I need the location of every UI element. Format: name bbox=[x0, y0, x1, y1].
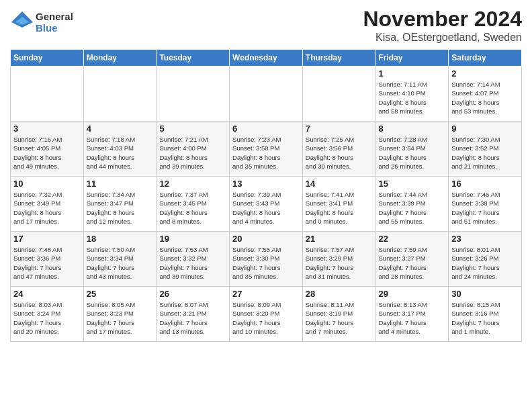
day-info: Sunrise: 7:21 AM Sunset: 4:00 PM Dayligh… bbox=[159, 135, 226, 171]
calendar-cell: 23Sunrise: 8:01 AM Sunset: 3:26 PM Dayli… bbox=[449, 232, 522, 287]
day-info: Sunrise: 7:32 AM Sunset: 3:49 PM Dayligh… bbox=[13, 190, 81, 226]
calendar-cell bbox=[230, 66, 303, 122]
day-number: 13 bbox=[232, 179, 300, 189]
calendar-cell: 25Sunrise: 8:05 AM Sunset: 3:23 PM Dayli… bbox=[83, 287, 157, 342]
day-number: 26 bbox=[159, 289, 226, 299]
calendar-cell bbox=[157, 66, 230, 122]
calendar: SundayMondayTuesdayWednesdayThursdayFrid… bbox=[10, 49, 522, 342]
header: General Blue November 2024 Kisa, OEsterg… bbox=[10, 7, 522, 44]
day-info: Sunrise: 7:28 AM Sunset: 3:54 PM Dayligh… bbox=[379, 135, 446, 171]
calendar-cell: 14Sunrise: 7:41 AM Sunset: 3:41 PM Dayli… bbox=[302, 177, 375, 232]
calendar-cell: 9Sunrise: 7:30 AM Sunset: 3:52 PM Daylig… bbox=[449, 122, 522, 177]
day-info: Sunrise: 8:01 AM Sunset: 3:26 PM Dayligh… bbox=[451, 245, 519, 281]
day-info: Sunrise: 7:18 AM Sunset: 4:03 PM Dayligh… bbox=[87, 135, 154, 171]
logo-text: General Blue bbox=[36, 11, 73, 34]
day-number: 17 bbox=[13, 234, 81, 244]
day-info: Sunrise: 7:46 AM Sunset: 3:38 PM Dayligh… bbox=[451, 190, 519, 226]
calendar-cell: 3Sunrise: 7:16 AM Sunset: 4:05 PM Daylig… bbox=[11, 122, 84, 177]
day-number: 28 bbox=[306, 289, 373, 299]
calendar-cell: 30Sunrise: 8:15 AM Sunset: 3:16 PM Dayli… bbox=[449, 287, 522, 342]
month-title: November 2024 bbox=[363, 7, 522, 32]
week-row-2: 3Sunrise: 7:16 AM Sunset: 4:05 PM Daylig… bbox=[11, 122, 522, 177]
calendar-cell: 6Sunrise: 7:23 AM Sunset: 3:58 PM Daylig… bbox=[230, 122, 303, 177]
day-number: 23 bbox=[451, 234, 519, 244]
calendar-cell: 10Sunrise: 7:32 AM Sunset: 3:49 PM Dayli… bbox=[11, 177, 84, 232]
calendar-cell: 29Sunrise: 8:13 AM Sunset: 3:17 PM Dayli… bbox=[375, 287, 449, 342]
week-row-5: 24Sunrise: 8:03 AM Sunset: 3:24 PM Dayli… bbox=[11, 287, 522, 342]
day-number: 14 bbox=[306, 179, 373, 189]
day-number: 1 bbox=[379, 68, 446, 79]
day-number: 20 bbox=[232, 234, 300, 244]
calendar-cell: 21Sunrise: 7:57 AM Sunset: 3:29 PM Dayli… bbox=[302, 232, 375, 287]
logo-icon bbox=[10, 10, 34, 34]
day-number: 8 bbox=[379, 124, 446, 134]
calendar-cell: 15Sunrise: 7:44 AM Sunset: 3:39 PM Dayli… bbox=[375, 177, 449, 232]
day-info: Sunrise: 8:09 AM Sunset: 3:20 PM Dayligh… bbox=[232, 300, 300, 336]
day-number: 2 bbox=[451, 68, 519, 79]
day-info: Sunrise: 7:16 AM Sunset: 4:05 PM Dayligh… bbox=[13, 135, 81, 171]
calendar-cell bbox=[11, 66, 84, 122]
week-row-3: 10Sunrise: 7:32 AM Sunset: 3:49 PM Dayli… bbox=[11, 177, 522, 232]
day-info: Sunrise: 8:07 AM Sunset: 3:21 PM Dayligh… bbox=[159, 300, 226, 336]
week-row-4: 17Sunrise: 7:48 AM Sunset: 3:36 PM Dayli… bbox=[11, 232, 522, 287]
day-number: 30 bbox=[451, 289, 519, 299]
day-number: 4 bbox=[87, 124, 154, 134]
location-title: Kisa, OEstergoetland, Sweden bbox=[363, 32, 522, 44]
week-row-1: 1Sunrise: 7:11 AM Sunset: 4:10 PM Daylig… bbox=[11, 66, 522, 122]
day-number: 18 bbox=[87, 234, 154, 244]
weekday-header-tuesday: Tuesday bbox=[157, 50, 230, 66]
day-info: Sunrise: 7:37 AM Sunset: 3:45 PM Dayligh… bbox=[159, 190, 226, 226]
calendar-cell: 7Sunrise: 7:25 AM Sunset: 3:56 PM Daylig… bbox=[302, 122, 375, 177]
day-info: Sunrise: 7:55 AM Sunset: 3:30 PM Dayligh… bbox=[232, 245, 300, 281]
day-info: Sunrise: 7:14 AM Sunset: 4:07 PM Dayligh… bbox=[451, 80, 519, 116]
day-number: 19 bbox=[159, 234, 226, 244]
day-number: 29 bbox=[379, 289, 446, 299]
day-number: 3 bbox=[13, 124, 81, 134]
day-number: 16 bbox=[451, 179, 519, 189]
calendar-cell: 12Sunrise: 7:37 AM Sunset: 3:45 PM Dayli… bbox=[157, 177, 230, 232]
calendar-cell: 22Sunrise: 7:59 AM Sunset: 3:27 PM Dayli… bbox=[375, 232, 449, 287]
day-number: 15 bbox=[379, 179, 446, 189]
weekday-header-monday: Monday bbox=[83, 50, 157, 66]
weekday-header-thursday: Thursday bbox=[302, 50, 375, 66]
calendar-cell: 18Sunrise: 7:50 AM Sunset: 3:34 PM Dayli… bbox=[83, 232, 157, 287]
calendar-cell: 4Sunrise: 7:18 AM Sunset: 4:03 PM Daylig… bbox=[83, 122, 157, 177]
day-info: Sunrise: 7:48 AM Sunset: 3:36 PM Dayligh… bbox=[13, 245, 81, 281]
day-info: Sunrise: 8:03 AM Sunset: 3:24 PM Dayligh… bbox=[13, 300, 81, 336]
calendar-cell: 19Sunrise: 7:53 AM Sunset: 3:32 PM Dayli… bbox=[157, 232, 230, 287]
day-info: Sunrise: 7:34 AM Sunset: 3:47 PM Dayligh… bbox=[87, 190, 154, 226]
day-info: Sunrise: 7:30 AM Sunset: 3:52 PM Dayligh… bbox=[451, 135, 519, 171]
page: General Blue November 2024 Kisa, OEsterg… bbox=[0, 0, 532, 411]
day-info: Sunrise: 7:23 AM Sunset: 3:58 PM Dayligh… bbox=[232, 135, 300, 171]
day-info: Sunrise: 7:59 AM Sunset: 3:27 PM Dayligh… bbox=[379, 245, 446, 281]
weekday-header-sunday: Sunday bbox=[11, 50, 84, 66]
day-info: Sunrise: 7:50 AM Sunset: 3:34 PM Dayligh… bbox=[87, 245, 154, 281]
calendar-cell: 16Sunrise: 7:46 AM Sunset: 3:38 PM Dayli… bbox=[449, 177, 522, 232]
calendar-cell bbox=[302, 66, 375, 122]
weekday-header-friday: Friday bbox=[375, 50, 449, 66]
day-info: Sunrise: 7:39 AM Sunset: 3:43 PM Dayligh… bbox=[232, 190, 300, 226]
day-number: 12 bbox=[159, 179, 226, 189]
day-number: 6 bbox=[232, 124, 300, 134]
day-number: 7 bbox=[306, 124, 373, 134]
day-number: 24 bbox=[13, 289, 81, 299]
day-number: 5 bbox=[159, 124, 226, 134]
calendar-cell: 27Sunrise: 8:09 AM Sunset: 3:20 PM Dayli… bbox=[230, 287, 303, 342]
weekday-header-wednesday: Wednesday bbox=[230, 50, 303, 66]
calendar-cell: 20Sunrise: 7:55 AM Sunset: 3:30 PM Dayli… bbox=[230, 232, 303, 287]
day-info: Sunrise: 7:41 AM Sunset: 3:41 PM Dayligh… bbox=[306, 190, 373, 226]
day-info: Sunrise: 7:44 AM Sunset: 3:39 PM Dayligh… bbox=[379, 190, 446, 226]
day-info: Sunrise: 8:15 AM Sunset: 3:16 PM Dayligh… bbox=[451, 300, 519, 336]
day-info: Sunrise: 7:57 AM Sunset: 3:29 PM Dayligh… bbox=[306, 245, 373, 281]
day-number: 22 bbox=[379, 234, 446, 244]
calendar-cell: 26Sunrise: 8:07 AM Sunset: 3:21 PM Dayli… bbox=[157, 287, 230, 342]
calendar-cell: 11Sunrise: 7:34 AM Sunset: 3:47 PM Dayli… bbox=[83, 177, 157, 232]
weekday-header-saturday: Saturday bbox=[449, 50, 522, 66]
day-info: Sunrise: 8:13 AM Sunset: 3:17 PM Dayligh… bbox=[379, 300, 446, 336]
calendar-cell: 17Sunrise: 7:48 AM Sunset: 3:36 PM Dayli… bbox=[11, 232, 84, 287]
day-number: 10 bbox=[13, 179, 81, 189]
day-info: Sunrise: 8:11 AM Sunset: 3:19 PM Dayligh… bbox=[306, 300, 373, 336]
weekday-header-row: SundayMondayTuesdayWednesdayThursdayFrid… bbox=[11, 50, 522, 66]
day-number: 9 bbox=[451, 124, 519, 134]
day-info: Sunrise: 7:25 AM Sunset: 3:56 PM Dayligh… bbox=[306, 135, 373, 171]
